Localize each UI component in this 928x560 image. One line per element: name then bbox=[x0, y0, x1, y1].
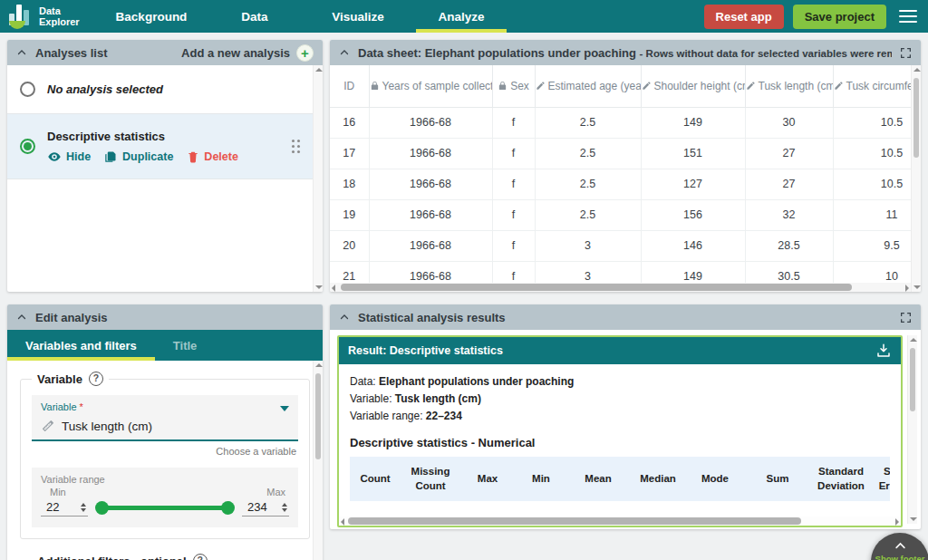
edit-analysis-scrollbar[interactable] bbox=[313, 361, 323, 560]
column-header[interactable]: Shoulder height (cm) bbox=[641, 65, 745, 107]
stats-column-header: Standard Deviation bbox=[812, 457, 870, 501]
table-cell: 1966-68 bbox=[369, 230, 492, 261]
radio-unchecked-icon[interactable] bbox=[20, 82, 35, 97]
table-cell: 30 bbox=[745, 107, 833, 138]
analyses-list-panel: Analyses list Add a new analysis + No an… bbox=[7, 40, 323, 292]
stats-column-header: Mode bbox=[687, 457, 743, 501]
collapse-chevron-icon[interactable] bbox=[16, 47, 27, 58]
tab-variables-and-filters[interactable]: Variables and filters bbox=[7, 330, 155, 361]
expand-fullscreen-icon[interactable] bbox=[900, 312, 912, 323]
drag-handle-icon[interactable] bbox=[292, 140, 300, 153]
data-sheet-v-scrollbar[interactable] bbox=[911, 65, 921, 292]
collapse-chevron-icon[interactable] bbox=[339, 312, 350, 323]
table-row[interactable]: 191966-68f2.51563211 bbox=[330, 199, 911, 230]
column-header[interactable]: ID bbox=[330, 65, 369, 107]
table-cell: 10.5 bbox=[833, 138, 911, 169]
tab-title[interactable]: Title bbox=[155, 330, 216, 361]
variable-range-section: Variable range Min 22 bbox=[32, 468, 298, 527]
table-cell: f bbox=[492, 138, 535, 169]
table-cell: 2.5 bbox=[535, 107, 641, 138]
duplicate-analysis-button[interactable]: Duplicate bbox=[104, 150, 173, 164]
table-cell: 16 bbox=[330, 107, 369, 138]
table-cell: f bbox=[492, 230, 535, 261]
data-sheet-table: IDYears of sample collectionSexEstimated… bbox=[330, 65, 911, 292]
result-card-title: Result: Descriptive statistics bbox=[348, 344, 503, 357]
top-navbar: Data Explorer BackgroundDataVisualizeAna… bbox=[0, 0, 928, 33]
no-analysis-option[interactable]: No analysis selected bbox=[7, 65, 313, 114]
range-slider[interactable] bbox=[97, 506, 233, 510]
navbar-actions: Reset app Save project bbox=[704, 0, 928, 33]
max-value-input[interactable]: 234 bbox=[242, 500, 289, 517]
additional-filters-legend: Additional filters - optional bbox=[37, 555, 187, 560]
stats-column-header: Missing Count bbox=[401, 457, 460, 501]
help-icon[interactable]: ? bbox=[89, 372, 103, 386]
variable-legend: Variable bbox=[37, 372, 82, 386]
radio-checked-icon[interactable] bbox=[20, 139, 35, 154]
download-icon[interactable] bbox=[875, 343, 892, 359]
table-cell: 18 bbox=[330, 169, 369, 199]
trash-icon bbox=[187, 150, 199, 163]
tab-data[interactable]: Data bbox=[203, 0, 306, 33]
collapse-chevron-icon[interactable] bbox=[16, 312, 27, 323]
table-row[interactable]: 201966-68f314628.59.5 bbox=[330, 230, 911, 261]
result-meta: Data: Elephant populations under poachin… bbox=[350, 373, 890, 425]
edit-analysis-tabbar: Variables and filtersTitle bbox=[7, 330, 323, 361]
table-row[interactable]: 161966-68f2.51493010.5 bbox=[330, 107, 911, 138]
delete-analysis-button[interactable]: Delete bbox=[187, 150, 238, 164]
lock-icon bbox=[370, 81, 380, 91]
data-sheet-panel: Data sheet: Elephant populations under p… bbox=[330, 40, 921, 292]
table-cell: 1966-68 bbox=[369, 107, 492, 138]
data-sheet-h-scrollbar[interactable] bbox=[330, 283, 911, 292]
eye-icon bbox=[47, 150, 62, 164]
variable-select[interactable]: Variable * Tusk length (cm) bbox=[32, 395, 298, 441]
stepper-icon[interactable] bbox=[81, 503, 86, 512]
table-cell: 1966-68 bbox=[369, 138, 492, 169]
column-header[interactable]: Tusk circumference (cm) bbox=[833, 65, 911, 107]
table-cell: 27 bbox=[745, 138, 833, 169]
min-value-input[interactable]: 22 bbox=[41, 500, 88, 517]
result-meta-line: Variable range: 22–234 bbox=[350, 408, 890, 425]
lock-icon bbox=[498, 81, 508, 91]
stats-h-scrollbar[interactable] bbox=[339, 517, 901, 526]
copy-icon bbox=[104, 150, 118, 163]
tab-analyze[interactable]: Analyze bbox=[410, 0, 513, 33]
variable-range-label: Variable range bbox=[41, 474, 289, 485]
stepper-icon[interactable] bbox=[282, 503, 287, 512]
save-project-button[interactable]: Save project bbox=[793, 5, 886, 29]
variable-helper-text: Choose a variable bbox=[32, 446, 296, 457]
table-cell: f bbox=[492, 199, 535, 230]
column-header[interactable]: Years of sample collection bbox=[369, 65, 492, 107]
edit-analysis-title: Edit analysis bbox=[35, 311, 107, 324]
add-new-analysis-button[interactable]: Add a new analysis + bbox=[181, 44, 314, 62]
slider-min-handle[interactable] bbox=[95, 501, 109, 515]
hide-analysis-button[interactable]: Hide bbox=[47, 150, 91, 164]
table-row[interactable]: 181966-68f2.51272710.5 bbox=[330, 169, 911, 199]
pencil-icon bbox=[746, 81, 756, 91]
result-meta-line: Variable: Tusk length (cm) bbox=[350, 391, 890, 408]
column-header[interactable]: Sex bbox=[492, 65, 535, 107]
results-title: Statistical analysis results bbox=[358, 311, 506, 324]
reset-app-button[interactable]: Reset app bbox=[704, 5, 784, 29]
help-icon[interactable]: ? bbox=[193, 554, 208, 560]
tab-visualize[interactable]: Visualize bbox=[306, 0, 410, 33]
expand-fullscreen-icon[interactable] bbox=[900, 47, 912, 59]
app-title: Data Explorer bbox=[39, 5, 80, 27]
variable-fieldset: Variable ? Variable * Tusk length (cm) C… bbox=[20, 372, 310, 539]
analyses-list-scrollbar[interactable] bbox=[313, 65, 323, 292]
column-header[interactable]: Tusk length (cm) bbox=[745, 65, 833, 107]
table-cell: 11 bbox=[833, 199, 911, 230]
table-cell: 20 bbox=[330, 230, 369, 261]
table-row[interactable]: 171966-68f2.51512710.5 bbox=[330, 138, 911, 169]
analysis-item-descriptive-statistics[interactable]: Descriptive statistics Hide Duplicate bbox=[7, 114, 313, 179]
hamburger-menu-icon[interactable] bbox=[899, 10, 917, 24]
analyses-list-header: Analyses list Add a new analysis + bbox=[7, 40, 323, 65]
app-logo[interactable]: Data Explorer bbox=[0, 0, 100, 33]
column-header[interactable]: Estimated age (years) bbox=[535, 65, 641, 107]
results-scrollbar[interactable] bbox=[907, 335, 917, 524]
pencil-icon bbox=[642, 81, 652, 91]
collapse-chevron-icon[interactable] bbox=[339, 47, 350, 58]
tab-background[interactable]: Background bbox=[100, 0, 203, 33]
variable-value: Tusk length (cm) bbox=[62, 420, 152, 433]
table-cell: 127 bbox=[641, 169, 745, 199]
slider-max-handle[interactable] bbox=[221, 501, 235, 515]
